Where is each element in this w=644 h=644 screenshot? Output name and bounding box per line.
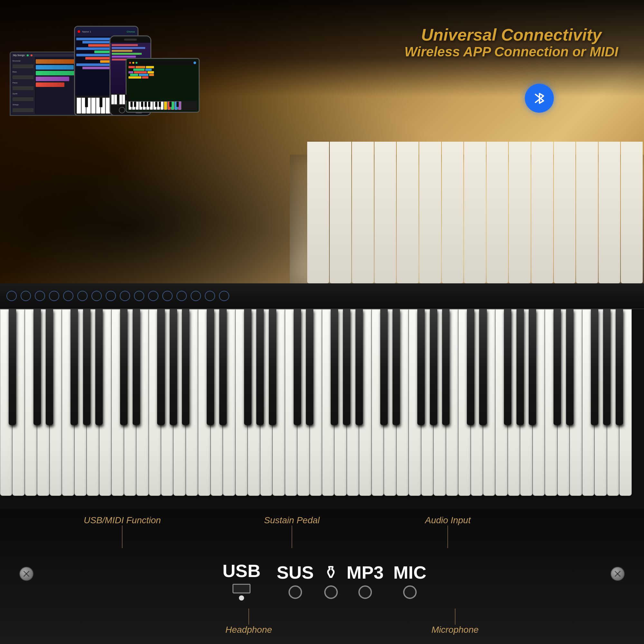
microphone-bottom-line [455,609,455,625]
headphone-bottom-label: Headphone [225,625,272,635]
black-key[interactable] [616,309,623,425]
usb-midi-line [122,526,122,548]
control-btn-9[interactable] [120,291,130,301]
piano-control-strip [0,283,644,309]
control-btn-12[interactable] [162,291,173,301]
control-btn-7[interactable] [91,291,102,301]
headline-area: Universal Connectivity Wireless APP Conn… [404,26,618,60]
control-btn-3[interactable] [35,291,45,301]
audio-input-label: Audio Input [425,515,471,526]
mic-port-group: MIC [393,562,426,599]
black-key[interactable] [133,309,140,425]
black-key[interactable] [393,309,400,425]
ports-row: USB SUS ⚱ MP3 MIC [0,560,644,601]
usb-midi-label-group: USB/MIDI Function [84,515,161,548]
usb-connector [232,584,251,593]
control-btn-2[interactable] [21,291,31,301]
control-btn-1[interactable] [6,291,17,301]
usb-dot [239,595,244,601]
black-key[interactable] [157,309,165,425]
headline-line1: Universal Connectivity [404,26,618,44]
sus-port [289,585,302,599]
black-key[interactable] [306,309,313,425]
black-key[interactable] [355,309,363,425]
black-key[interactable] [244,309,251,425]
black-key[interactable] [343,309,350,425]
headline-line2: Wireless APP Connection or MIDI [404,44,618,60]
black-key[interactable] [479,309,487,425]
control-btn-8[interactable] [106,291,116,301]
black-key[interactable] [71,309,78,425]
black-key[interactable] [256,309,264,425]
mic-port [403,585,417,599]
black-key[interactable] [33,309,41,425]
black-key[interactable] [430,309,437,425]
black-key[interactable] [269,309,276,425]
microphone-bottom-label-group: Microphone [431,609,478,635]
microphone-bottom-label: Microphone [431,625,478,635]
black-key[interactable] [83,309,90,425]
black-key[interactable] [603,309,611,425]
bottom-section: USB/MIDI Function Sustain Pedal Audio In… [0,509,644,644]
black-key[interactable] [219,309,227,425]
control-btn-6[interactable] [77,291,88,301]
tablet2-device [126,58,200,113]
screw-right [611,567,625,581]
black-key[interactable] [182,309,189,425]
black-key[interactable] [566,309,573,425]
audio-input-label-group: Audio Input [425,515,471,548]
mic-label: MIC [393,562,426,583]
black-key[interactable] [380,309,388,425]
bluetooth-svg [531,90,548,107]
sustain-label-group: Sustain Pedal [264,515,320,548]
black-key[interactable] [516,309,524,425]
headphone-bottom-line [249,609,249,625]
top-section: My Songs Drummer [0,0,644,283]
control-btn-14[interactable] [191,291,201,301]
devices-area: My Songs Drummer [10,26,193,148]
control-btn-11[interactable] [148,291,158,301]
headphone-port-group: ⚱ [323,562,338,599]
mp3-port [358,585,372,599]
black-key[interactable] [442,309,450,425]
main-container: My Songs Drummer [0,0,644,644]
headphone-bottom-label-group: Headphone [225,609,272,635]
black-key[interactable] [9,309,16,425]
usb-label: USB [223,560,260,581]
bluetooth-icon-area [525,84,554,113]
black-key[interactable] [46,309,53,425]
sustain-line [292,526,292,548]
control-btn-16[interactable] [219,291,229,301]
sus-port-group: SUS [277,562,314,599]
control-btn-4[interactable] [49,291,59,301]
sus-label: SUS [277,562,314,583]
black-key[interactable] [554,309,561,425]
keys-wrapper [0,309,644,509]
black-key[interactable] [170,309,177,425]
control-btn-15[interactable] [205,291,215,301]
black-key[interactable] [467,309,474,425]
headphone-port [324,585,338,599]
black-key[interactable] [207,309,214,425]
black-key[interactable] [294,309,301,425]
black-key[interactable] [120,309,128,425]
black-key[interactable] [529,309,536,425]
black-key[interactable] [95,309,103,425]
bluetooth-icon [525,84,554,113]
black-key[interactable] [331,309,338,425]
sustain-label: Sustain Pedal [264,515,320,526]
mp3-label: MP3 [346,562,384,583]
black-key[interactable] [591,309,598,425]
piano-section [0,283,644,509]
control-btn-13[interactable] [176,291,187,301]
black-key[interactable] [417,309,425,425]
black-key[interactable] [504,309,511,425]
headphone-icon: ⚱ [323,562,338,583]
usb-midi-label: USB/MIDI Function [84,515,161,526]
control-btn-5[interactable] [63,291,73,301]
mp3-port-group: MP3 [346,562,384,599]
audio-input-line [448,526,448,548]
usb-port-group: USB [223,560,260,601]
piano-keys[interactable] [0,309,644,509]
control-btn-10[interactable] [134,291,144,301]
